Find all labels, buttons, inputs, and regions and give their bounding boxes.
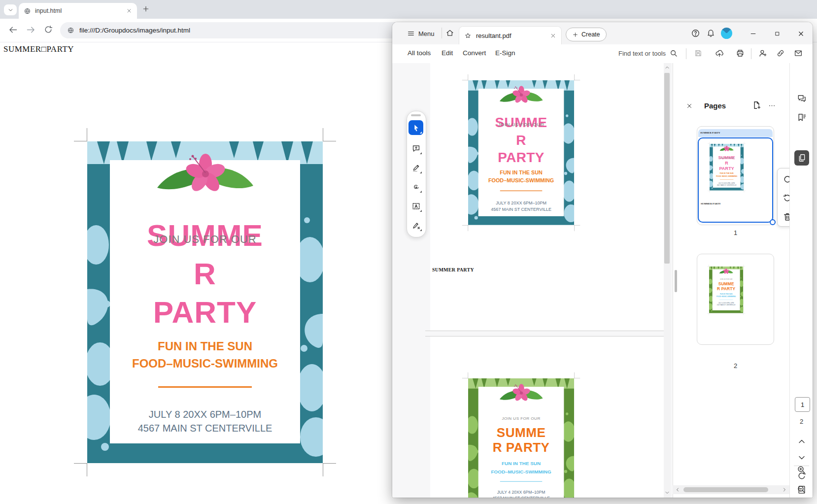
flyer-subtitle-1: FUN IN THE SUN <box>87 339 323 353</box>
fill-sign-tool[interactable] <box>408 218 423 233</box>
page-1-selection-box[interactable]: JOIN US FOR OUR SUMME R PARTY FUN IN THE… <box>698 137 773 223</box>
close-window-button[interactable] <box>794 27 807 40</box>
scrollbar-thumb[interactable] <box>683 487 768 492</box>
insert-page-icon[interactable] <box>752 101 761 110</box>
crop-mark <box>708 191 710 193</box>
bookmarks-panel-icon[interactable] <box>797 112 807 122</box>
share-upload-icon[interactable] <box>715 49 724 58</box>
main-vertical-scrollbar[interactable] <box>664 63 671 498</box>
document-tab-title: resultant.pdf <box>476 32 550 39</box>
menu-label: Menu <box>418 30 435 37</box>
party-flyer: JOIN US FOR OUR SUMME R PARTY FUN IN THE… <box>710 144 744 191</box>
right-tools-rail: 1 2 1:1 <box>789 63 813 498</box>
crop-mark <box>323 128 336 141</box>
maximize-button[interactable] <box>771 27 783 40</box>
crop-mark <box>462 225 468 231</box>
drag-handle[interactable] <box>411 114 421 116</box>
selection-resize-handle[interactable] <box>770 219 776 225</box>
maximize-icon <box>774 31 781 37</box>
tab-search-button[interactable] <box>4 4 17 15</box>
page-1-label: 1 <box>697 229 774 236</box>
crop-mark <box>462 372 468 378</box>
page-1-thumbnail[interactable]: SUMMER PARTY <box>697 126 774 225</box>
close-tab-icon[interactable] <box>126 8 132 14</box>
close-document-icon[interactable] <box>550 33 556 39</box>
address-bar[interactable]: file:///D:/Groupdocs/images/input.html <box>60 22 405 38</box>
draw-tool[interactable] <box>408 179 423 194</box>
flyer-subtitle-1: FUN IN THE SUN <box>710 172 744 174</box>
tab-convert[interactable]: Convert <box>463 49 486 57</box>
new-tab-button[interactable] <box>142 5 150 13</box>
scrollbar-thumb[interactable] <box>664 73 670 264</box>
next-page-icon[interactable] <box>797 453 807 463</box>
flyer-divider <box>500 481 543 482</box>
page-2-label: 2 <box>697 362 774 370</box>
panel-horizontal-scrollbar[interactable] <box>673 485 789 494</box>
add-person-icon[interactable] <box>758 49 767 58</box>
flyer-subtitle-2: FOOD–MUSIC-SWIMMING <box>710 175 744 177</box>
current-page-input[interactable]: 1 <box>795 397 810 412</box>
flyer-date: JULY 8 20XX 6PM–10PM <box>468 201 574 205</box>
flyer-address: 4567 MAIN ST CENTERVILLE <box>710 185 744 186</box>
comments-panel-icon[interactable] <box>797 94 807 103</box>
zoom-out-icon[interactable] <box>796 484 806 494</box>
select-text-tool[interactable] <box>408 199 423 213</box>
favorite-star-icon[interactable] <box>464 32 472 39</box>
comment-plus-icon <box>411 144 421 153</box>
pdf-page1-caption: SUMMER PARTY <box>432 267 474 272</box>
menu-button[interactable]: Menu <box>407 28 435 39</box>
reload-button[interactable] <box>43 25 53 34</box>
pages-panel-icon-active[interactable] <box>794 150 809 166</box>
acrobat-window: Menu resultant.pdf Create All tools Edit <box>392 22 813 498</box>
browser-tab-title: input.html <box>35 7 126 14</box>
tab-all-tools[interactable]: All tools <box>408 49 431 57</box>
forward-button[interactable] <box>26 25 36 35</box>
crop-mark <box>743 265 745 267</box>
tab-esign[interactable]: E-Sign <box>495 49 515 57</box>
minimize-button[interactable] <box>747 27 759 40</box>
flyer-subtitle-1: FUN IN THE SUN <box>709 293 743 295</box>
help-icon[interactable] <box>691 29 700 38</box>
browser-tab[interactable]: input.html <box>19 3 137 19</box>
tab-edit[interactable]: Edit <box>442 49 453 57</box>
create-button[interactable]: Create <box>566 28 607 41</box>
page-2-thumbnail[interactable]: JOIN US FOR OUR SUMME R PARTY FUN IN THE… <box>697 254 774 345</box>
panel-scrollbar-thumb[interactable] <box>675 270 677 292</box>
flyer-date: JULY 4 20XX 6PM–10PM <box>709 302 743 304</box>
scroll-up-icon[interactable] <box>664 65 670 70</box>
flyer-title: SUMME R PARTY <box>709 282 743 291</box>
scroll-right-icon[interactable] <box>782 487 787 493</box>
flyer-date: JULY 8 20XX 6PM–10PM <box>710 183 744 184</box>
flyer-address: 4567 MAIN ST CENTERVILLE <box>468 207 574 212</box>
search-icon[interactable] <box>669 49 678 58</box>
flyer-join-line: JOIN US FOR OUR <box>468 416 574 421</box>
flyer-join-line: JOIN US FOR OUR <box>87 233 323 246</box>
add-comment-tool[interactable] <box>408 141 423 156</box>
save-icon[interactable] <box>694 49 703 58</box>
crop-mark <box>323 463 336 476</box>
html-page-heading: SUMMER□PARTY <box>3 44 74 54</box>
highlight-tool[interactable] <box>408 160 423 175</box>
site-info-icon[interactable] <box>67 27 74 34</box>
previous-page-icon[interactable] <box>797 437 807 446</box>
selected-text-band: SUMMER PARTY <box>698 129 773 137</box>
link-icon[interactable] <box>776 49 785 58</box>
avatar[interactable] <box>721 28 732 39</box>
more-options-icon[interactable] <box>768 101 776 110</box>
flyer-join-line: JOIN US FOR OUR <box>709 279 743 280</box>
email-icon[interactable] <box>794 49 803 58</box>
quick-tools-rail <box>407 111 426 237</box>
zoom-in-icon[interactable] <box>796 465 806 474</box>
document-area: JOIN US FOR OUR SUMME R PARTY FUN IN THE… <box>392 63 813 498</box>
document-tab[interactable]: resultant.pdf <box>459 26 562 44</box>
flyer-divider <box>500 191 543 191</box>
close-panel-icon[interactable] <box>686 102 693 109</box>
print-icon[interactable] <box>736 49 745 58</box>
find-text-label[interactable]: Find text or tools <box>618 50 666 57</box>
notifications-bell-icon[interactable] <box>706 28 715 37</box>
back-button[interactable] <box>8 25 18 35</box>
select-tool[interactable] <box>408 120 423 135</box>
home-icon[interactable] <box>445 29 454 37</box>
scroll-down-icon[interactable] <box>664 490 670 496</box>
scroll-left-icon[interactable] <box>675 487 681 493</box>
